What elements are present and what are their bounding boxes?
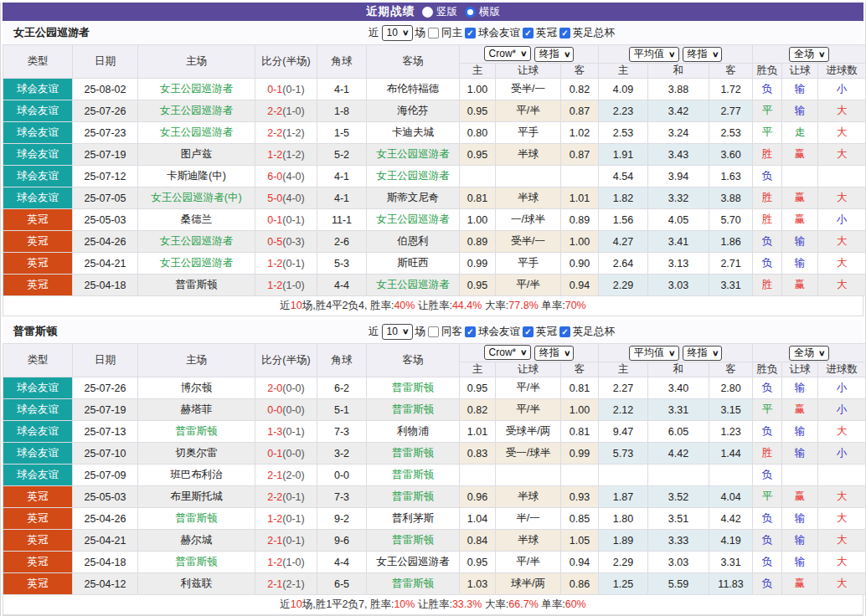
fulltime-select[interactable]: 全场∨ bbox=[789, 47, 829, 62]
avg-draw: 6.05 bbox=[648, 421, 709, 443]
summary-stat: 60% bbox=[565, 598, 586, 610]
same-venue-checkbox[interactable] bbox=[428, 28, 439, 38]
odds-home bbox=[460, 166, 496, 187]
type-badge: 球会友谊 bbox=[3, 166, 73, 187]
score-cell: 6-0(4-0) bbox=[255, 166, 317, 187]
same-venue-checkbox[interactable] bbox=[428, 326, 439, 337]
sub-header-5: 客 bbox=[709, 64, 753, 79]
crow-group-header: Crow*∨终指∨ bbox=[460, 45, 599, 64]
league-checkbox-2[interactable]: ✓ bbox=[559, 28, 570, 38]
away-team: 斯蒂文尼奇 bbox=[367, 187, 460, 209]
odds-home: 0.82 bbox=[460, 399, 496, 421]
match-row: 球会友谊25-07-19图卢兹1-2(1-2)5-2女王公园巡游者0.95半球0… bbox=[3, 144, 866, 166]
odds-stage-select[interactable]: 终指∨ bbox=[534, 346, 575, 361]
result-handicap: 赢 bbox=[782, 209, 818, 231]
result-outcome: 负 bbox=[753, 530, 782, 552]
section-header: 女王公园巡游者近10∨场同主✓球会友谊✓英冠✓英足总杯 bbox=[3, 21, 863, 44]
full-time-score: 1-2 bbox=[267, 557, 282, 568]
away-team: 伯恩利 bbox=[367, 231, 460, 253]
match-row: 球会友谊25-07-10切奥尔雷0-1(0-0)3-2普雷斯顿0.83受一/球半… bbox=[3, 443, 866, 465]
chevron-down-icon: ∨ bbox=[402, 327, 410, 336]
average-stage-select[interactable]: 终指∨ bbox=[683, 47, 723, 62]
avg-home: 4.09 bbox=[599, 79, 648, 100]
type-badge: 英冠 bbox=[3, 275, 73, 296]
half-time-score: (0-0) bbox=[282, 404, 304, 416]
half-time-score: (2-0) bbox=[282, 470, 304, 481]
summary-stat: 40% bbox=[394, 300, 415, 311]
type-badge: 球会友谊 bbox=[3, 377, 73, 399]
radio-unchecked-icon[interactable] bbox=[422, 7, 433, 18]
match-row: 英冠25-04-18普雷斯顿1-2(1-0)4-4女王公园巡游者0.95平/半0… bbox=[3, 275, 866, 296]
avg-draw: 3.88 bbox=[648, 79, 709, 100]
col-header-0: 类型 bbox=[3, 344, 73, 377]
corner-count: 4-4 bbox=[317, 552, 367, 573]
league-checkbox-1[interactable]: ✓ bbox=[523, 28, 534, 38]
radio-horizontal-label: 横版 bbox=[479, 5, 500, 19]
sub-header-2: 客 bbox=[561, 362, 599, 377]
match-date: 25-05-03 bbox=[73, 209, 138, 231]
score-cell: 2-1(2-1) bbox=[255, 573, 317, 595]
avg-home: 2.12 bbox=[599, 399, 648, 421]
result-goals: 大 bbox=[818, 486, 866, 508]
result-outcome: 平 bbox=[753, 122, 782, 144]
layout-radio-vertical[interactable]: 竖版 bbox=[422, 5, 457, 19]
league-checkbox-0[interactable]: ✓ bbox=[465, 326, 476, 337]
col-header-3: 比分(半场) bbox=[255, 344, 317, 377]
league-checkbox-2[interactable]: ✓ bbox=[559, 326, 570, 337]
avg-away: 4.19 bbox=[709, 530, 753, 552]
match-row: 球会友谊25-07-23女王公园巡游者2-2(1-2)1-5卡迪夫城0.80平手… bbox=[3, 122, 866, 144]
near-label: 近 bbox=[369, 26, 379, 40]
half-time-score: (0-1) bbox=[282, 258, 304, 270]
odds-home: 0.83 bbox=[460, 443, 496, 465]
summary-stat: 33.3% bbox=[452, 598, 482, 610]
score-cell: 1-3(0-1) bbox=[255, 421, 317, 443]
average-group-header: 平均值∨终指∨ bbox=[599, 45, 753, 64]
odds-home: 0.84 bbox=[460, 530, 496, 552]
home-team: 女王公园巡游者 bbox=[138, 79, 255, 100]
avg-away: 1.63 bbox=[709, 166, 753, 187]
summary-text: 近 bbox=[280, 300, 291, 311]
corner-count: 11-1 bbox=[317, 209, 367, 231]
home-team: 赫塔菲 bbox=[138, 399, 255, 421]
league-checkbox-0[interactable]: ✓ bbox=[465, 28, 476, 38]
score-cell: 0-5(0-3) bbox=[255, 231, 317, 253]
match-row: 球会友谊25-07-12卡斯迪隆(中)6-0(4-0)4-1女王公园巡游者4.5… bbox=[3, 166, 866, 187]
avg-draw: 3.94 bbox=[648, 166, 709, 187]
avg-away: 2.77 bbox=[709, 100, 753, 122]
odds-away: 0.99 bbox=[561, 443, 599, 465]
chevron-down-icon: ∨ bbox=[564, 50, 571, 59]
score-cell: 1-2(0-1) bbox=[255, 253, 317, 275]
avg-away: 5.70 bbox=[709, 209, 753, 231]
radio-checked-icon[interactable] bbox=[465, 7, 476, 18]
fulltime-select[interactable]: 全场∨ bbox=[789, 346, 829, 361]
league-checkbox-1[interactable]: ✓ bbox=[523, 326, 534, 337]
summary-text: 让胜率: bbox=[415, 300, 451, 311]
avg-draw: 3.24 bbox=[648, 122, 709, 144]
odds-stage-select[interactable]: 终指∨ bbox=[534, 47, 575, 62]
full-time-score: 6-0 bbox=[267, 171, 282, 182]
avg-away: 1.44 bbox=[709, 443, 753, 465]
corner-count: 6-5 bbox=[317, 573, 367, 595]
near-count-select[interactable]: 10∨ bbox=[382, 25, 413, 41]
match-row: 球会友谊25-08-02女王公园巡游者0-1(0-1)4-1布伦特福德1.00受… bbox=[3, 79, 866, 100]
fulltime-group-header: 全场∨ bbox=[753, 344, 866, 362]
result-outcome: 平 bbox=[753, 486, 782, 508]
odds-home: 0.95 bbox=[460, 377, 496, 399]
avg-away: 3.15 bbox=[709, 399, 753, 421]
odds-handicap: 受半/一 bbox=[496, 231, 561, 253]
average-select[interactable]: 平均值∨ bbox=[629, 47, 679, 62]
full-time-score: 0-1 bbox=[267, 448, 282, 459]
league-label-1: 英冠 bbox=[536, 26, 557, 40]
league-label-0: 球会友谊 bbox=[478, 325, 520, 339]
avg-home: 1.25 bbox=[599, 573, 648, 595]
col-header-2: 主场 bbox=[138, 344, 255, 377]
match-date: 25-04-21 bbox=[73, 253, 138, 275]
odds-source-select[interactable]: Crow*∨ bbox=[484, 46, 531, 61]
average-stage-select[interactable]: 终指∨ bbox=[683, 346, 723, 361]
average-select[interactable]: 平均值∨ bbox=[629, 346, 679, 361]
result-outcome: 胜 bbox=[753, 209, 782, 231]
near-count-select[interactable]: 10∨ bbox=[382, 324, 413, 340]
half-time-score: (0-1) bbox=[282, 491, 304, 503]
layout-radio-horizontal[interactable]: 横版 bbox=[465, 5, 500, 19]
odds-source-select[interactable]: Crow*∨ bbox=[484, 345, 531, 360]
